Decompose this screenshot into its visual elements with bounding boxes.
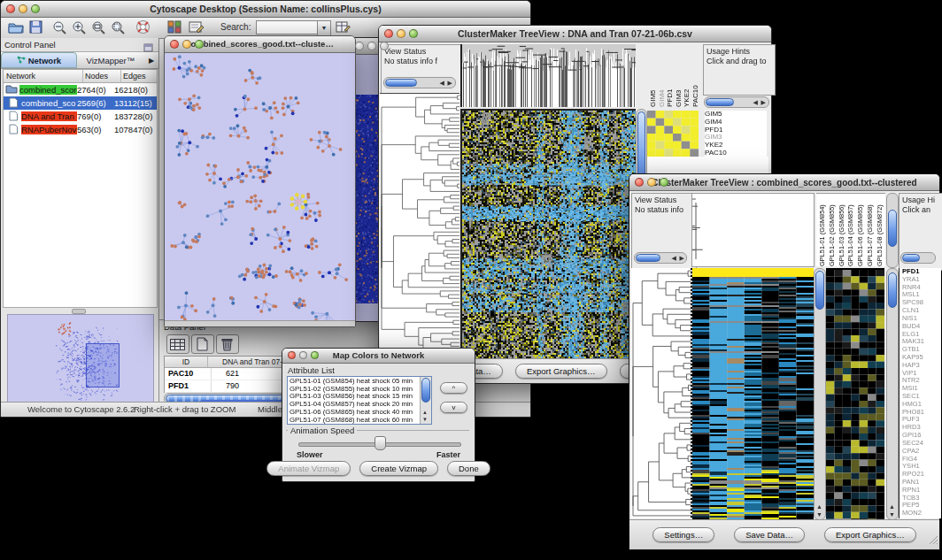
birdseye-viewport-rect[interactable] bbox=[86, 343, 120, 387]
tv1-column-label[interactable]: PFD1 bbox=[666, 44, 675, 107]
zoom-button[interactable] bbox=[409, 29, 418, 38]
close-button[interactable] bbox=[355, 42, 364, 50]
attribute-item[interactable]: GPL51-02 (GSM855) heat shock 10 min bbox=[290, 386, 420, 394]
tv2-gene-list[interactable]: PFD1YRA1RNR4MSL1SPC98CLN1NIS1BUD4ELG1MAK… bbox=[899, 268, 941, 518]
zoom-button[interactable] bbox=[195, 40, 204, 49]
move-up-button[interactable]: ^ bbox=[440, 382, 467, 394]
tv1-action-button[interactable]: Export Graphics… bbox=[515, 364, 607, 379]
zoom-in-icon[interactable] bbox=[72, 20, 86, 38]
tv1-column-label[interactable]: PAC10 bbox=[691, 44, 700, 107]
zoom-button[interactable] bbox=[311, 351, 319, 359]
zoom-button[interactable] bbox=[31, 4, 40, 13]
tv1-row-labels[interactable]: GIM5GIM4PFD1GIM3YKE2PAC10 bbox=[705, 111, 767, 158]
main-title-bar[interactable]: Cytoscape Desktop (Session Name: collins… bbox=[1, 1, 530, 18]
tv1-overview-matrix[interactable] bbox=[647, 111, 699, 157]
tv2-column-label[interactable]: GPL51-03 (GSM856) bbox=[838, 194, 845, 266]
minimize-button[interactable] bbox=[647, 178, 656, 187]
minimize-button[interactable] bbox=[182, 40, 191, 49]
zoom-button[interactable] bbox=[380, 42, 389, 50]
network-canvas[interactable] bbox=[166, 53, 354, 321]
delete-attribute-button[interactable] bbox=[216, 334, 239, 354]
minimize-button[interactable] bbox=[299, 351, 307, 359]
tv2-action-button[interactable]: Export Graphics… bbox=[824, 527, 916, 542]
treeview1-title-bar[interactable]: ClusterMaker TreeView : DNA and Tran 07-… bbox=[379, 26, 771, 42]
tv1-hints-hscrollbar[interactable]: ◀ ▶ bbox=[704, 96, 769, 108]
attribute-item[interactable]: GPL51-04 (GSM857) heat shock 20 min bbox=[290, 401, 420, 409]
tab-vizmapper[interactable]: VizMapper™ bbox=[77, 52, 144, 68]
minimize-button[interactable] bbox=[397, 29, 405, 38]
tv2-column-label[interactable]: GPL51-06 (GSM865) bbox=[856, 194, 864, 266]
treeview2-title: ClusterMaker TreeView : combined_scores_… bbox=[652, 178, 916, 188]
close-button[interactable] bbox=[288, 351, 296, 359]
animate-vizmapbutton[interactable]: Animate Vizmap bbox=[266, 461, 351, 476]
tv2-column-label[interactable]: GPL51-04 (GSM857) bbox=[846, 194, 854, 266]
zoom-fit-icon[interactable] bbox=[111, 20, 125, 38]
attribute-item[interactable]: GPL51-06 (GSM865) heat shock 40 min bbox=[290, 409, 420, 417]
network-table-row[interactable]: RNAPuberNov2+563(0)107847(0) bbox=[4, 123, 157, 136]
tv1-column-label[interactable]: YKE2 bbox=[683, 44, 691, 107]
close-button[interactable] bbox=[170, 40, 179, 49]
tab-network[interactable]: Network bbox=[1, 52, 77, 68]
tv1-heatmap[interactable] bbox=[460, 109, 636, 360]
tv1-column-label[interactable]: GIM3 bbox=[675, 44, 683, 107]
zoom-selected-icon[interactable] bbox=[91, 20, 105, 38]
close-button[interactable] bbox=[635, 178, 644, 187]
close-button[interactable] bbox=[384, 29, 393, 38]
network-table-header[interactable]: Network Nodes Edges bbox=[4, 70, 157, 83]
minimize-button[interactable] bbox=[367, 42, 376, 50]
speed-slider-thumb[interactable] bbox=[374, 436, 386, 450]
zoom-button[interactable] bbox=[660, 178, 668, 187]
tv2-action-button[interactable]: Settings… bbox=[652, 527, 714, 542]
tv2-column-label[interactable]: GPL51-08 (GSM872) bbox=[876, 194, 884, 266]
tv1-column-dendrogram[interactable] bbox=[460, 44, 636, 107]
network-table-row[interactable]: combined_sco2569(6)13112(15) bbox=[4, 96, 157, 110]
open-folder-icon[interactable] bbox=[8, 20, 24, 37]
tv2-column-labels[interactable]: GPL51-01 (GSM854)GPL51-02 (GSM855)GPL51-… bbox=[816, 193, 885, 266]
tv2-column-label[interactable]: GPL51-02 (GSM855) bbox=[828, 194, 836, 266]
close-button[interactable] bbox=[6, 4, 15, 13]
network-name: combined_sco bbox=[21, 98, 77, 108]
tv1-status-hscrollbar[interactable]: ◀ ▶ bbox=[383, 77, 456, 88]
tv2-heatmap-vscrollbar[interactable]: ▲ ▼ bbox=[814, 268, 826, 520]
search-input[interactable] bbox=[256, 20, 318, 35]
tv2-column-label[interactable]: GPL51-01 (GSM854) bbox=[818, 194, 826, 266]
tv1-row-dendrogram[interactable] bbox=[380, 93, 459, 359]
save-icon[interactable] bbox=[29, 20, 42, 37]
tv1-column-labels[interactable]: GIM5GIM4PFD1GIM3YKE2PAC10 bbox=[649, 44, 700, 107]
help-lifering-icon[interactable] bbox=[135, 19, 151, 38]
tv2-column-label[interactable]: GPL51-07 (GSM868) bbox=[866, 194, 874, 266]
donebutton[interactable]: Done bbox=[447, 461, 490, 476]
tv2-labels-vscrollbar[interactable] bbox=[886, 193, 899, 268]
resize-grip[interactable] bbox=[928, 533, 938, 548]
tv1-column-label[interactable]: GIM4 bbox=[658, 44, 667, 107]
tv2-column-dendrogram[interactable] bbox=[691, 193, 815, 267]
tv2-hints-hscrollbar[interactable] bbox=[900, 252, 936, 264]
tv2-row-dendrogram[interactable] bbox=[631, 268, 691, 518]
attribute-list-vscrollbar[interactable]: ▲ ▼ bbox=[420, 377, 431, 424]
tab-overflow-arrow[interactable]: ▶ bbox=[144, 52, 158, 68]
dialog-title-bar[interactable]: Map Colors to Network bbox=[282, 349, 475, 364]
tv2-status-hscrollbar[interactable]: ◀ ▶ bbox=[634, 252, 687, 264]
create-vizmapbutton[interactable]: Create Vizmap bbox=[359, 461, 438, 476]
birdseye-view[interactable] bbox=[7, 314, 154, 411]
network-table-row[interactable]: DNA and Tran 07769(0)183728(0) bbox=[4, 110, 157, 123]
tv2-action-button[interactable]: Save Data… bbox=[734, 527, 805, 542]
attribute-item[interactable]: GPL51-01 (GSM854) heat shock 05 min bbox=[290, 378, 420, 386]
attribute-item[interactable]: GPL51-07 (GSM868) heat shock 60 min bbox=[290, 417, 420, 425]
attribute-list[interactable]: GPL51-01 (GSM854) heat shock 05 minGPL51… bbox=[287, 376, 432, 425]
table-view-button[interactable] bbox=[166, 334, 189, 354]
network-view-title-bar[interactable]: combined_scores_good.txt--cluste… bbox=[165, 36, 355, 53]
tv2-overview-vscrollbar[interactable]: ▲ ▼ bbox=[886, 268, 899, 520]
tv1-column-label[interactable]: GIM5 bbox=[649, 44, 658, 107]
treeview2-title-bar[interactable]: ClusterMaker TreeView : combined_scores_… bbox=[629, 174, 939, 191]
minimize-button[interactable] bbox=[19, 4, 27, 13]
new-attribute-button[interactable] bbox=[191, 334, 214, 354]
search-dropdown-button[interactable]: ▼ bbox=[317, 20, 331, 36]
gene-label[interactable]: MON2 bbox=[902, 510, 941, 518]
tv2-overview-heatmap[interactable] bbox=[826, 268, 884, 520]
network-table-row[interactable]: combined_scores2764(0)16218(0) bbox=[4, 83, 157, 96]
attribute-item[interactable]: GPL51-03 (GSM856) heat shock 15 min bbox=[290, 393, 420, 401]
zoom-out-icon[interactable] bbox=[52, 20, 66, 38]
move-down-button[interactable]: v bbox=[440, 402, 467, 413]
tv2-heatmap[interactable] bbox=[692, 268, 814, 519]
